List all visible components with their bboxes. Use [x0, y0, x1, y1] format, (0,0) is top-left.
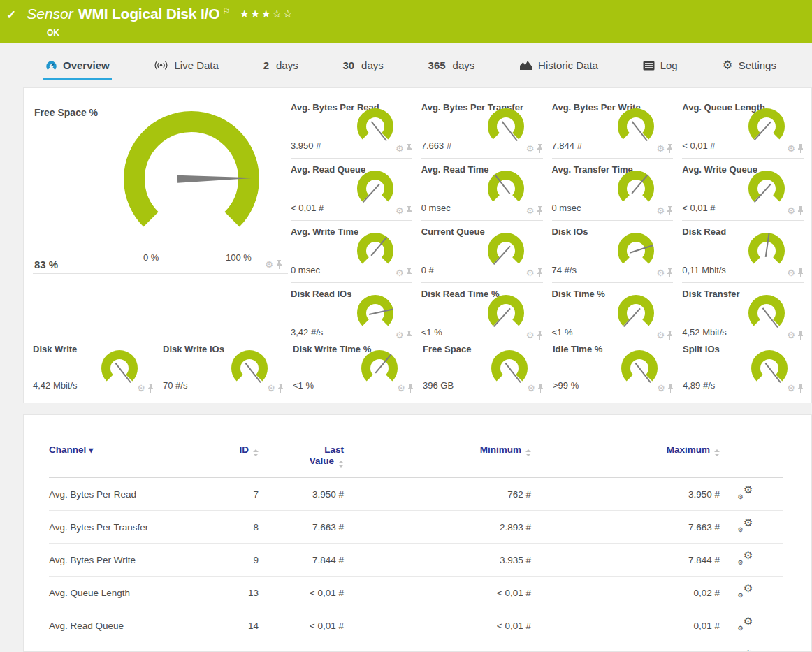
- gauge-actions: ⚙: [396, 268, 412, 277]
- gear-icon[interactable]: ⚙: [787, 144, 795, 153]
- gear-icon[interactable]: ⚙: [527, 384, 535, 393]
- gear-icon[interactable]: ⚙: [396, 206, 404, 215]
- channel-cell[interactable]: Avg. Bytes Per Read: [49, 478, 213, 511]
- gauge-dial: [614, 294, 658, 333]
- gear-icon[interactable]: ⚙: [396, 268, 404, 277]
- gear-icon[interactable]: ⚙: [137, 384, 145, 393]
- edit-channel-gears-icon[interactable]: ⚙⚙: [738, 486, 753, 500]
- gauge-dial: [618, 349, 661, 389]
- gear-icon: ⚙: [738, 527, 744, 533]
- table-row-avg-read-time: Avg. Read Time100 msec0 msec0 msec⚙⚙: [49, 642, 783, 652]
- gauge-value: 0 msec: [291, 265, 320, 275]
- gauge-card-avg-bytes-per-read: Avg. Bytes Per Read3.950 #⚙: [291, 96, 412, 159]
- pin-icon[interactable]: [537, 206, 543, 215]
- big-gauge-dial: [111, 109, 272, 250]
- gauge-card-idle-time: Idle Time %>99 %⚙: [553, 338, 674, 398]
- channel-cell[interactable]: Avg. Bytes Per Transfer: [49, 511, 213, 544]
- gear-icon[interactable]: ⚙: [787, 206, 795, 215]
- last-value-cell: 3.950 #: [259, 478, 344, 511]
- gauge-dial: [484, 170, 528, 209]
- gauge-title: Disk IOs: [552, 226, 588, 237]
- gauge-card-disk-read: Disk Read0,11 Mbit/s⚙: [682, 221, 804, 283]
- gear-icon[interactable]: ⚙: [397, 384, 405, 393]
- gear-icon[interactable]: ⚙: [267, 384, 275, 393]
- pin-icon[interactable]: [797, 206, 804, 215]
- channel-cell[interactable]: Avg. Bytes Per Write: [49, 544, 213, 577]
- gear-icon: ⚙: [744, 616, 753, 626]
- gear-icon[interactable]: ⚙: [526, 144, 535, 153]
- column-header-id[interactable]: ID: [213, 440, 259, 478]
- pin-icon[interactable]: [797, 268, 804, 277]
- column-header-last-value[interactable]: LastValue: [259, 440, 344, 478]
- pin-icon[interactable]: [667, 144, 673, 153]
- gauge-dial: [354, 232, 397, 271]
- pin-icon[interactable]: [277, 384, 284, 393]
- tab-number: 2: [263, 59, 269, 71]
- column-label: ID: [213, 444, 259, 456]
- gear-icon[interactable]: ⚙: [657, 144, 665, 153]
- gear-icon[interactable]: ⚙: [657, 206, 665, 215]
- flag-icon[interactable]: ⚐: [222, 6, 230, 16]
- minimum-cell: 2.893 #: [344, 511, 531, 544]
- table-body: Avg. Bytes Per Read73.950 #762 #3.950 #⚙…: [49, 478, 783, 652]
- gear-icon[interactable]: ⚙: [396, 144, 404, 153]
- pin-icon[interactable]: [406, 144, 412, 153]
- edit-channel-gears-icon[interactable]: ⚙⚙: [738, 618, 753, 631]
- gauge-value: 70 #/s: [163, 380, 187, 391]
- gauge-title: Current Queue: [421, 226, 485, 237]
- gauge-card-disk-write-time: Disk Write Time %<1 %⚙: [293, 338, 414, 398]
- table-head: Channel▾IDLastValueMinimumMaximum: [49, 440, 783, 478]
- gear-icon[interactable]: ⚙: [657, 384, 665, 393]
- gear-icon[interactable]: ⚙: [787, 384, 795, 393]
- tab-settings[interactable]: ⚙Settings: [720, 53, 778, 80]
- column-header-channel[interactable]: Channel▾: [49, 440, 213, 478]
- pin-icon[interactable]: [667, 206, 673, 215]
- pin-icon[interactable]: [147, 384, 154, 393]
- pin-icon[interactable]: [667, 268, 673, 277]
- pin-icon[interactable]: [407, 384, 414, 393]
- pin-icon[interactable]: [537, 144, 543, 153]
- broadcast-icon: [154, 60, 168, 71]
- tab-historic-data[interactable]: Historic Data: [517, 53, 600, 80]
- gear-icon[interactable]: ⚙: [526, 206, 535, 215]
- pin-icon[interactable]: [406, 268, 412, 277]
- column-header-maximum[interactable]: Maximum: [531, 440, 720, 478]
- channel-cell[interactable]: Avg. Queue Length: [49, 577, 213, 609]
- tab-log[interactable]: Log: [641, 53, 680, 80]
- column-header-minimum[interactable]: Minimum: [344, 440, 531, 478]
- pin-icon[interactable]: [797, 384, 804, 393]
- edit-channel-gears-icon[interactable]: ⚙⚙: [738, 552, 753, 565]
- gauge-grid: Avg. Bytes Per Read3.950 #⚙Avg. Bytes Pe…: [291, 96, 804, 345]
- tab-2-days[interactable]: 2days: [261, 53, 300, 80]
- gauge-actions: ⚙: [787, 384, 804, 393]
- tab-30-days[interactable]: 30days: [340, 53, 385, 80]
- pin-icon[interactable]: [667, 384, 674, 393]
- gauge-card-disk-write-ios: Disk Write IOs70 #/s⚙: [163, 338, 284, 398]
- pin-icon[interactable]: [406, 206, 412, 215]
- gauge-dial: [488, 349, 531, 389]
- edit-channel-gears-icon[interactable]: ⚙⚙: [738, 585, 753, 598]
- gauge-card-avg-read-time: Avg. Read Time0 msec⚙: [421, 159, 543, 221]
- pin-icon[interactable]: [276, 260, 282, 269]
- channel-cell[interactable]: Avg. Read Queue: [49, 609, 213, 642]
- actions-cell: ⚙⚙: [720, 511, 783, 544]
- gauge-value: 0,11 Mbit/s: [682, 265, 726, 275]
- tab-365-days[interactable]: 365days: [426, 53, 477, 80]
- pin-icon[interactable]: [797, 144, 804, 153]
- pin-icon[interactable]: [537, 384, 544, 393]
- gauge-dial: [745, 108, 788, 147]
- gear-icon[interactable]: ⚙: [657, 268, 665, 277]
- gear-icon[interactable]: ⚙: [526, 268, 535, 277]
- tab-number: 365: [428, 59, 446, 71]
- pin-icon[interactable]: [537, 268, 543, 277]
- channel-cell[interactable]: Avg. Read Time: [49, 642, 213, 652]
- tab-overview[interactable]: Overview: [43, 53, 112, 80]
- gear-icon[interactable]: ⚙: [787, 268, 795, 277]
- gauge-max-label: 100 %: [226, 252, 252, 263]
- edit-channel-gears-icon[interactable]: ⚙⚙: [738, 519, 753, 533]
- gear-icon[interactable]: ⚙: [265, 260, 273, 269]
- priority-stars[interactable]: ★★★☆☆: [240, 8, 293, 20]
- last-value-cell: < 0,01 #: [259, 609, 344, 642]
- gauge-actions: ⚙: [526, 268, 543, 277]
- tab-live-data[interactable]: Live Data: [152, 53, 220, 80]
